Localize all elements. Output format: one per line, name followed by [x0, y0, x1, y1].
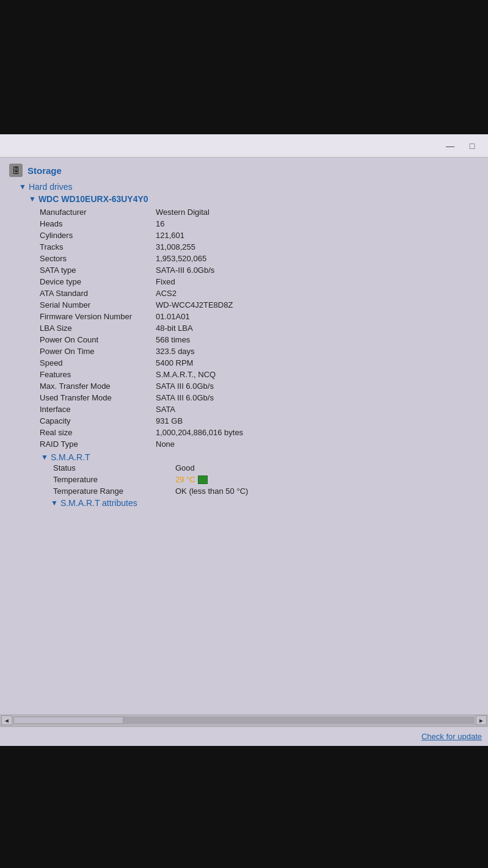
- smart-label-temp-range: Temperature Range: [53, 486, 175, 496]
- prop-row-max-transfer: Max. Transfer Mode SATA III 6.0Gb/s: [34, 380, 484, 392]
- prop-row-used-transfer: Used Transfer Mode SATA III 6.0Gb/s: [34, 392, 484, 403]
- prop-value-raid: None: [156, 439, 484, 449]
- smart-value-temperature: 29 °C: [175, 475, 195, 484]
- prop-label-heads: Heads: [34, 219, 156, 228]
- smart-label-temperature: Temperature: [53, 475, 175, 484]
- prop-row-tracks: Tracks 31,008,255: [34, 241, 484, 253]
- prop-value-sectors: 1,953,520,065: [156, 254, 484, 263]
- scroll-left-button[interactable]: ◄: [1, 715, 12, 725]
- prop-row-device-type: Device type Fixed: [34, 276, 484, 288]
- prop-value-power-time: 323.5 days: [156, 347, 484, 356]
- prop-label-interface: Interface: [34, 405, 156, 414]
- prop-label-ata-standard: ATA Standard: [34, 289, 156, 298]
- prop-value-cylinders: 121,601: [156, 231, 484, 240]
- storage-icon: 🗄: [9, 164, 23, 177]
- prop-row-firmware: Firmware Version Number 01.01A01: [34, 311, 484, 322]
- prop-label-speed: Speed: [34, 358, 156, 367]
- prop-value-device-type: Fixed: [156, 277, 484, 286]
- scroll-right-button[interactable]: ►: [476, 715, 487, 725]
- prop-value-tracks: 31,008,255: [156, 242, 484, 251]
- prop-row-raid: RAID Type None: [34, 438, 484, 450]
- prop-row-sata-type: SATA type SATA-III 6.0Gb/s: [34, 264, 484, 276]
- prop-label-features: Features: [34, 370, 156, 379]
- prop-label-firmware: Firmware Version Number: [34, 312, 156, 321]
- maximize-button[interactable]: □: [464, 140, 481, 152]
- prop-label-power-count: Power On Count: [34, 335, 156, 344]
- smart-attrs-arrow: ▼: [51, 499, 58, 507]
- prop-value-firmware: 01.01A01: [156, 312, 484, 321]
- top-decoration: [0, 0, 488, 134]
- smart-row-status: Status Good: [53, 462, 479, 474]
- prop-label-real-size: Real size: [34, 428, 156, 437]
- prop-value-max-transfer: SATA III 6.0Gb/s: [156, 382, 484, 391]
- prop-label-capacity: Capacity: [34, 416, 156, 425]
- scroll-track[interactable]: [13, 717, 475, 724]
- prop-value-real-size: 1,000,204,886,016 bytes: [156, 428, 484, 437]
- prop-value-sata-type: SATA-III 6.0Gb/s: [156, 266, 484, 275]
- prop-label-power-time: Power On Time: [34, 347, 156, 356]
- prop-row-capacity: Capacity 931 GB: [34, 415, 484, 427]
- bottom-decoration: [0, 746, 488, 868]
- smart-attrs-text: S.M.A.R.T attributes: [60, 498, 137, 508]
- temperature-icon: [198, 476, 208, 484]
- prop-row-power-time: Power On Time 323.5 days: [34, 345, 484, 357]
- prop-value-speed: 5400 RPM: [156, 358, 484, 367]
- section-title-storage: Storage: [27, 165, 62, 176]
- prop-label-raid: RAID Type: [34, 439, 156, 449]
- prop-label-cylinders: Cylinders: [34, 231, 156, 240]
- statusbar: Check for update: [0, 726, 488, 746]
- section-header-storage: 🗄 Storage: [9, 164, 479, 177]
- drive-arrow: ▼: [29, 195, 36, 203]
- smart-attributes-item[interactable]: ▼ S.M.A.R.T attributes: [41, 498, 479, 508]
- properties-table: Manufacturer Western Digital Heads 16 Cy…: [34, 206, 484, 450]
- smart-section: ▼ S.M.A.R.T Status Good Temperature 29 °…: [29, 452, 479, 508]
- hard-drives-text: Hard drives: [29, 182, 73, 192]
- horizontal-scrollbar[interactable]: ◄ ►: [0, 714, 488, 726]
- prop-value-used-transfer: SATA III 6.0Gb/s: [156, 393, 484, 402]
- smart-arrow: ▼: [41, 453, 48, 461]
- smart-properties: Status Good Temperature 29 °C Temperatur…: [41, 462, 479, 497]
- smart-label-status: Status: [53, 463, 175, 472]
- prop-row-manufacturer: Manufacturer Western Digital: [34, 206, 484, 218]
- prop-row-heads: Heads 16: [34, 218, 484, 230]
- drive-name-text: WDC WD10EURX-63UY4Y0: [38, 194, 148, 204]
- prop-value-ata-standard: ACS2: [156, 289, 484, 298]
- scroll-thumb[interactable]: [13, 717, 123, 724]
- smart-header[interactable]: ▼ S.M.A.R.T: [41, 452, 479, 462]
- drive-label[interactable]: ▼ WDC WD10EURX-63UY4Y0: [29, 193, 479, 205]
- smart-value-temp-range: OK (less than 50 °C): [175, 486, 248, 496]
- prop-row-power-count: Power On Count 568 times: [34, 334, 484, 345]
- titlebar: — □: [0, 134, 488, 157]
- check-update-link[interactable]: Check for update: [421, 732, 482, 741]
- prop-row-serial: Serial Number WD-WCC4J2TE8D8Z: [34, 299, 484, 311]
- smart-header-text: S.M.A.R.T: [51, 452, 90, 462]
- prop-row-speed: Speed 5400 RPM: [34, 357, 484, 369]
- prop-value-interface: SATA: [156, 405, 484, 414]
- prop-value-serial: WD-WCC4J2TE8D8Z: [156, 300, 484, 309]
- prop-label-tracks: Tracks: [34, 242, 156, 251]
- prop-value-power-count: 568 times: [156, 335, 484, 344]
- smart-row-temperature: Temperature 29 °C: [53, 474, 479, 485]
- prop-label-max-transfer: Max. Transfer Mode: [34, 382, 156, 391]
- prop-row-features: Features S.M.A.R.T., NCQ: [34, 369, 484, 380]
- prop-value-features: S.M.A.R.T., NCQ: [156, 370, 484, 379]
- content-area: 🗄 Storage ▼ Hard drives ▼ WDC WD10EURX-6…: [0, 157, 488, 714]
- main-window: — □ 🗄 Storage ▼ Hard drives ▼ WDC WD10EU…: [0, 134, 488, 746]
- smart-row-temp-range: Temperature Range OK (less than 50 °C): [53, 485, 479, 497]
- prop-row-real-size: Real size 1,000,204,886,016 bytes: [34, 427, 484, 438]
- prop-value-lba: 48-bit LBA: [156, 324, 484, 333]
- smart-value-status: Good: [175, 463, 195, 472]
- prop-label-serial: Serial Number: [34, 300, 156, 309]
- hard-drives-label[interactable]: ▼ Hard drives: [19, 181, 479, 193]
- prop-value-heads: 16: [156, 219, 484, 228]
- tree-hard-drives: ▼ Hard drives ▼ WDC WD10EURX-63UY4Y0 Man…: [9, 181, 479, 508]
- prop-row-cylinders: Cylinders 121,601: [34, 230, 484, 241]
- prop-value-capacity: 931 GB: [156, 416, 484, 425]
- prop-row-ata-standard: ATA Standard ACS2: [34, 288, 484, 299]
- prop-label-lba: LBA Size: [34, 324, 156, 333]
- prop-label-used-transfer: Used Transfer Mode: [34, 393, 156, 402]
- prop-label-sata-type: SATA type: [34, 266, 156, 275]
- prop-row-lba: LBA Size 48-bit LBA: [34, 322, 484, 334]
- minimize-button[interactable]: —: [442, 140, 459, 152]
- hard-drives-arrow: ▼: [19, 183, 26, 191]
